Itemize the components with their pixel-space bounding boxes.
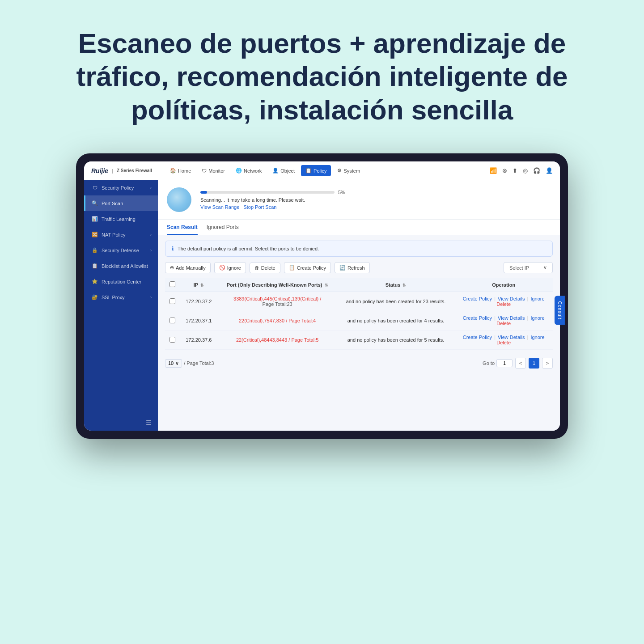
page-nav: Go to < 1 > — [483, 358, 553, 369]
tablet-screen: Ruijie | Z Series Firewall 🏠 Home 🛡 Moni… — [84, 161, 560, 431]
add-manually-button[interactable]: ⊕ Add Manually — [165, 262, 211, 273]
info-banner-text: The default port policy is all permit. S… — [178, 246, 319, 251]
sidebar-reputation-label: Reputation Center — [102, 279, 141, 284]
stop-port-scan-link[interactable]: Stop Port Scan — [243, 204, 276, 210]
row-checkbox-2[interactable] — [169, 337, 175, 343]
page-size-chevron: ∨ — [175, 360, 179, 366]
nav-item-network[interactable]: 🌐 Network — [231, 165, 266, 176]
sidebar-item-ssl-proxy[interactable]: 🔐 SSL Proxy › — [84, 289, 158, 305]
sidebar-traffic-learning-label: Traffic Learning — [102, 216, 136, 222]
sidebar-item-reputation[interactable]: ⭐ Reputation Center — [84, 274, 158, 289]
nat-policy-icon: 🔀 — [92, 232, 98, 237]
nav-item-home[interactable]: 🏠 Home — [165, 165, 195, 176]
row-checkbox-0[interactable] — [169, 298, 175, 304]
ignore-link-0[interactable]: Ignore — [530, 296, 544, 301]
delete-link-2[interactable]: Delete — [496, 340, 511, 345]
sidebar-item-traffic-learning[interactable]: 📊 Traffic Learning — [84, 211, 158, 227]
security-defense-icon: 🔒 — [92, 247, 98, 253]
create-policy-label: Create Policy — [297, 265, 326, 271]
col-ip: IP ⇅ — [180, 278, 218, 292]
create-policy-link-2[interactable]: Create Policy — [463, 335, 492, 340]
reputation-icon: ⭐ — [92, 279, 98, 284]
sidebar-port-scan-label: Port Scan — [102, 201, 123, 206]
view-details-link-1[interactable]: View Details — [498, 315, 525, 321]
device-wrapper: Ruijie | Z Series Firewall 🏠 Home 🛡 Moni… — [76, 153, 568, 439]
toolbar: ⊕ Add Manually 🚫 Ignore 🗑 Delete 📋 — [158, 262, 560, 278]
create-policy-icon: 📋 — [289, 265, 295, 271]
sidebar-bottom: ☰ — [84, 415, 158, 431]
select-all-checkbox[interactable] — [169, 281, 175, 287]
delete-link-0[interactable]: Delete — [496, 301, 511, 307]
page-size-box[interactable]: 10 ∨ — [165, 359, 182, 368]
delete-label: Delete — [261, 265, 275, 271]
nav-item-system[interactable]: ⚙ System — [333, 165, 364, 176]
sidebar-item-security-policy[interactable]: 🛡 Security Policy › — [84, 180, 158, 195]
info-icon: ℹ — [172, 246, 174, 252]
create-policy-link-0[interactable]: Create Policy — [463, 296, 492, 301]
view-details-link-0[interactable]: View Details — [498, 296, 525, 301]
delete-icon: 🗑 — [254, 265, 259, 271]
tab-scan-result[interactable]: Scan Result — [167, 224, 198, 235]
delete-button[interactable]: 🗑 Delete — [250, 263, 280, 273]
user-icon[interactable]: 👤 — [546, 167, 553, 174]
next-page-button[interactable]: > — [542, 358, 553, 369]
row-checkbox-1[interactable] — [169, 318, 175, 323]
nav-item-policy[interactable]: 📋 Policy — [301, 165, 331, 176]
table-row: 172.20.37.2 3389(Critical),445(Critical)… — [165, 292, 553, 311]
nav-items: 🏠 Home 🛡 Monitor 🌐 Network 👤 Object — [165, 165, 481, 176]
prev-page-button[interactable]: < — [515, 358, 526, 369]
home-icon: 🏠 — [170, 168, 176, 174]
view-scan-range-link[interactable]: View Scan Range — [200, 204, 239, 210]
row-ip-2: 172.20.37.6 — [180, 330, 218, 350]
scan-animation-icon — [167, 187, 191, 212]
row-ip-1: 172.20.37.1 — [180, 311, 218, 330]
circle-icon[interactable]: ◎ — [523, 167, 528, 174]
row-ip-0: 172.20.37.2 — [180, 292, 218, 311]
create-policy-button[interactable]: 📋 Create Policy — [284, 262, 331, 273]
select-ip-dropdown[interactable]: Select IP ∨ — [504, 262, 553, 273]
nav-monitor-label: Monitor — [208, 168, 225, 174]
scan-links: View Scan Range Stop Port Scan — [200, 204, 551, 210]
col-operation: Operation — [454, 278, 553, 292]
data-table: IP ⇅ Port (Only Describing Well-Known Po… — [165, 278, 553, 350]
delete-link-1[interactable]: Delete — [496, 321, 511, 326]
object-icon: 👤 — [272, 168, 279, 174]
ignore-button[interactable]: 🚫 Ignore — [214, 262, 246, 273]
ignore-link-1[interactable]: Ignore — [530, 315, 544, 321]
sidebar-item-port-scan[interactable]: 🔍 Port Scan — [84, 195, 158, 211]
ignore-link-2[interactable]: Ignore — [530, 335, 544, 340]
refresh-button[interactable]: 🔄 Refresh — [335, 262, 370, 273]
ssl-proxy-icon: 🔐 — [92, 294, 98, 300]
ip-sort-icon[interactable]: ⇅ — [200, 283, 204, 288]
brand: Ruijie | Z Series Firewall — [91, 167, 152, 174]
go-to-input[interactable] — [496, 359, 513, 367]
upload-icon[interactable]: ⬆ — [513, 167, 517, 174]
page-size-value: 10 — [168, 360, 174, 366]
go-to-label: Go to — [483, 360, 495, 366]
view-details-link-2[interactable]: View Details — [498, 335, 525, 340]
nav-item-object[interactable]: 👤 Object — [268, 165, 299, 176]
settings-icon[interactable]: ⊗ — [502, 167, 507, 174]
content-area: 5% Scanning... It may take a long time. … — [158, 180, 560, 431]
table-wrap: IP ⇅ Port (Only Describing Well-Known Po… — [158, 278, 560, 354]
sidebar-item-nat-policy[interactable]: 🔀 NAT Policy › — [84, 227, 158, 242]
consult-button[interactable]: Consult — [555, 296, 565, 325]
sidebar-item-security-defense[interactable]: 🔒 Security Defense › — [84, 242, 158, 258]
ignore-label: Ignore — [227, 265, 241, 271]
row-page-total-0: Page Total:23 — [222, 301, 333, 307]
tab-ignored-ports[interactable]: Ignored Ports — [207, 224, 239, 235]
table-row: 172.20.37.6 22(Critical),48443,8443 / Pa… — [165, 330, 553, 350]
sidebar-arrow-0: › — [150, 186, 152, 190]
nav-item-monitor[interactable]: 🛡 Monitor — [197, 165, 229, 176]
create-policy-link-1[interactable]: Create Policy — [463, 315, 492, 321]
current-page-button[interactable]: 1 — [529, 358, 539, 369]
sidebar-item-blocklist[interactable]: 📋 Blocklist and Allowlist — [84, 258, 158, 274]
port-sort-icon[interactable]: ⇅ — [325, 283, 328, 288]
scan-message: Scanning... It may take a long time. Ple… — [200, 197, 551, 203]
add-icon: ⊕ — [170, 265, 174, 271]
status-sort-icon[interactable]: ⇅ — [402, 283, 406, 288]
wifi-icon[interactable]: 📶 — [490, 167, 497, 174]
page-total-text: / Page Total:3 — [184, 360, 214, 366]
sidebar-collapse-icon[interactable]: ☰ — [146, 419, 152, 426]
headset-icon[interactable]: 🎧 — [533, 167, 540, 174]
